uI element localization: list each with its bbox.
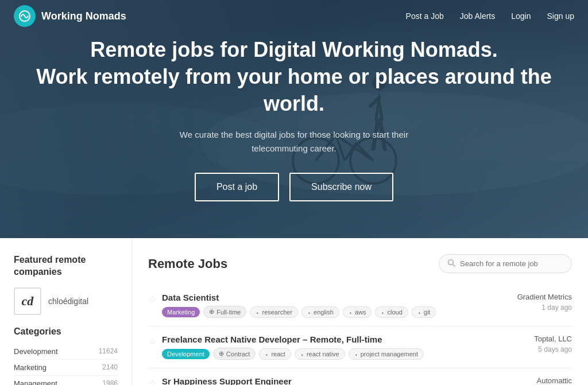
- job-time-1: 5 days ago: [534, 345, 572, 353]
- tag-icon: ⬩: [307, 309, 311, 316]
- featured-companies-title: Featured remote companies: [14, 254, 118, 278]
- job-company-0: Gradient Metrics: [517, 293, 572, 301]
- job-info-0: Data Scientist Marketing ⊕ Full-time ⬩ r…: [162, 293, 506, 318]
- job-card-1: ☆ Freelance React Native Developer – Rem…: [148, 326, 572, 368]
- search-input[interactable]: [460, 259, 563, 268]
- nav-signup[interactable]: Sign up: [547, 11, 574, 21]
- category-development[interactable]: Development 11624: [14, 344, 118, 360]
- category-marketing[interactable]: Marketing 2140: [14, 360, 118, 376]
- category-management[interactable]: Management 1986: [14, 376, 118, 385]
- job-title-0[interactable]: Data Scientist: [162, 293, 506, 302]
- tag-icon: ⬩: [417, 309, 421, 316]
- job-info-1: Freelance React Native Developer – Remot…: [162, 335, 523, 360]
- hero-buttons: Post a job Subscribe now: [11, 173, 577, 201]
- nav-post-job[interactable]: Post a Job: [406, 11, 444, 21]
- hero-content: Remote jobs for Digital Working Nomads. …: [0, 37, 588, 201]
- job-tag-project-management[interactable]: ⬩ project management: [349, 348, 424, 360]
- job-info-2: Sr Happiness Support Engineer Support: [162, 376, 525, 385]
- clock-icon: ⊕: [219, 350, 224, 357]
- brand-name: Working Nomads: [41, 10, 126, 22]
- job-meta-0: Gradient Metrics 1 day ago: [506, 293, 572, 312]
- navbar: Working Nomads Post a Job Job Alerts Log…: [0, 0, 588, 32]
- job-card-2: ☆ Sr Happiness Support Engineer Support …: [148, 368, 572, 385]
- job-company-1: Toptal, LLC: [534, 335, 572, 343]
- nav-job-alerts[interactable]: Job Alerts: [460, 11, 495, 21]
- job-time-0: 1 day ago: [517, 304, 572, 312]
- tag-icon: ⬩: [300, 351, 304, 357]
- company-logo: cd: [14, 287, 41, 315]
- job-title-2[interactable]: Sr Happiness Support Engineer: [162, 376, 525, 385]
- job-tag-english[interactable]: ⬩ english: [301, 306, 339, 318]
- subscribe-button[interactable]: Subscribe now: [289, 173, 393, 201]
- job-tag-react-native[interactable]: ⬩ react native: [295, 348, 345, 360]
- clock-icon: ⊕: [209, 308, 214, 316]
- hero-title: Remote jobs for Digital Working Nomads. …: [11, 37, 577, 117]
- job-type-0: ⊕ Full-time: [203, 306, 246, 318]
- job-tag-cloud[interactable]: ⬩ cloud: [375, 306, 408, 318]
- job-title-1[interactable]: Freelance React Native Developer – Remot…: [162, 335, 523, 344]
- search-icon: [447, 259, 455, 269]
- brand-link[interactable]: Working Nomads: [14, 5, 126, 27]
- job-tags-1: Development ⊕ Contract ⬩ react ⬩ react n…: [162, 348, 523, 360]
- job-tag-researcher[interactable]: ⬩ researcher: [250, 306, 298, 318]
- job-star-0[interactable]: ☆: [148, 294, 156, 305]
- main-title: Remote Jobs: [148, 256, 227, 271]
- job-company-2: Automattic: [537, 376, 572, 385]
- job-category-1[interactable]: Development: [162, 349, 210, 359]
- tag-icon: ⬩: [354, 351, 358, 357]
- job-tag-react[interactable]: ⬩ react: [259, 348, 291, 360]
- job-card-0: ☆ Data Scientist Marketing ⊕ Full-time ⬩…: [148, 285, 572, 326]
- brand-icon: [14, 5, 36, 27]
- category-list: Development 11624 Marketing 2140 Managem…: [14, 344, 118, 385]
- post-job-button[interactable]: Post a job: [195, 173, 279, 201]
- categories-title: Categories: [14, 326, 118, 337]
- tag-icon: ⬩: [265, 351, 269, 357]
- sidebar: Featured remote companies cd chloédigita…: [0, 238, 132, 385]
- search-box: [439, 254, 572, 273]
- navbar-links: Post a Job Job Alerts Login Sign up: [406, 11, 574, 21]
- nav-login[interactable]: Login: [511, 11, 531, 21]
- hero-section: Remote jobs for Digital Working Nomads. …: [0, 0, 588, 238]
- job-meta-1: Toptal, LLC 5 days ago: [523, 335, 572, 353]
- company-name: chloédigital: [48, 297, 88, 306]
- tag-icon: ⬩: [256, 309, 260, 316]
- content-area: Featured remote companies cd chloédigita…: [0, 238, 588, 385]
- hero-subtitle: We curate the best digital jobs for thos…: [156, 128, 432, 155]
- job-type-1: ⊕ Contract: [213, 348, 256, 360]
- job-meta-2: Automattic: [525, 376, 572, 385]
- job-category-0[interactable]: Marketing: [162, 307, 200, 317]
- tag-icon: ⬩: [349, 309, 353, 316]
- job-tag-git[interactable]: ⬩ git: [412, 306, 436, 318]
- main-header: Remote Jobs: [148, 254, 572, 273]
- job-tags-0: Marketing ⊕ Full-time ⬩ researcher ⬩ eng…: [162, 306, 506, 318]
- job-tag-aws[interactable]: ⬩ aws: [343, 306, 372, 318]
- job-star-2[interactable]: ☆: [148, 378, 156, 385]
- company-item[interactable]: cd chloédigital: [14, 287, 118, 315]
- main-content: Remote Jobs ☆ Data Scientist Marketing: [132, 238, 588, 385]
- job-star-1[interactable]: ☆: [148, 336, 156, 347]
- tag-icon: ⬩: [381, 309, 385, 316]
